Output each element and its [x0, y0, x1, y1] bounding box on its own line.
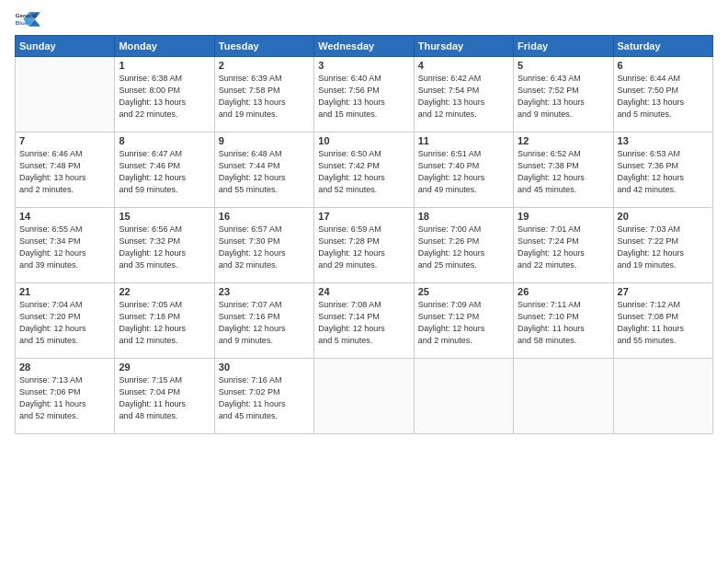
- day-cell: 8Sunrise: 6:47 AM Sunset: 7:46 PM Daylig…: [115, 132, 214, 208]
- header-cell-thursday: Thursday: [414, 36, 513, 57]
- day-info: Sunrise: 6:48 AM Sunset: 7:44 PM Dayligh…: [219, 148, 310, 196]
- day-number: 27: [618, 286, 709, 297]
- day-number: 20: [618, 211, 709, 222]
- day-number: 10: [318, 135, 409, 146]
- logo: General Blue: [15, 9, 40, 29]
- calendar-table: SundayMondayTuesdayWednesdayThursdayFrid…: [15, 35, 713, 434]
- day-number: 19: [518, 211, 609, 222]
- page: General Blue SundayMondayTuesdayWednesda…: [0, 0, 728, 563]
- day-cell: 24Sunrise: 7:08 AM Sunset: 7:14 PM Dayli…: [314, 283, 414, 359]
- day-cell: [414, 359, 513, 434]
- day-number: 21: [19, 286, 110, 297]
- week-row-1: 7Sunrise: 6:46 AM Sunset: 7:48 PM Daylig…: [16, 132, 713, 208]
- day-info: Sunrise: 6:57 AM Sunset: 7:30 PM Dayligh…: [219, 224, 310, 271]
- day-info: Sunrise: 6:47 AM Sunset: 7:46 PM Dayligh…: [119, 148, 210, 196]
- day-info: Sunrise: 7:01 AM Sunset: 7:24 PM Dayligh…: [518, 224, 609, 271]
- day-cell: [514, 359, 613, 434]
- day-cell: 18Sunrise: 7:00 AM Sunset: 7:26 PM Dayli…: [414, 208, 513, 283]
- logo-icon: General Blue: [15, 9, 40, 29]
- day-cell: 20Sunrise: 7:03 AM Sunset: 7:22 PM Dayli…: [613, 208, 712, 283]
- day-cell: 5Sunrise: 6:43 AM Sunset: 7:52 PM Daylig…: [514, 57, 613, 132]
- day-number: 25: [418, 286, 509, 297]
- day-info: Sunrise: 6:40 AM Sunset: 7:56 PM Dayligh…: [318, 73, 409, 121]
- day-number: 23: [219, 286, 310, 297]
- header-cell-saturday: Saturday: [613, 36, 712, 57]
- day-cell: 14Sunrise: 6:55 AM Sunset: 7:34 PM Dayli…: [16, 208, 115, 283]
- day-cell: 29Sunrise: 7:15 AM Sunset: 7:04 PM Dayli…: [115, 359, 214, 434]
- header-cell-sunday: Sunday: [16, 36, 115, 57]
- day-number: 17: [318, 211, 409, 222]
- week-row-0: 1Sunrise: 6:38 AM Sunset: 8:00 PM Daylig…: [16, 57, 713, 132]
- day-number: 1: [119, 60, 210, 71]
- day-cell: 7Sunrise: 6:46 AM Sunset: 7:48 PM Daylig…: [16, 132, 115, 208]
- day-info: Sunrise: 6:42 AM Sunset: 7:54 PM Dayligh…: [418, 73, 509, 121]
- day-number: 3: [318, 60, 409, 71]
- day-info: Sunrise: 6:38 AM Sunset: 8:00 PM Dayligh…: [119, 73, 210, 121]
- day-info: Sunrise: 6:55 AM Sunset: 7:34 PM Dayligh…: [19, 224, 110, 271]
- day-cell: 2Sunrise: 6:39 AM Sunset: 7:58 PM Daylig…: [214, 57, 313, 132]
- day-cell: 15Sunrise: 6:56 AM Sunset: 7:32 PM Dayli…: [115, 208, 214, 283]
- day-number: 15: [119, 211, 210, 222]
- day-info: Sunrise: 6:44 AM Sunset: 7:50 PM Dayligh…: [618, 73, 709, 121]
- header-cell-wednesday: Wednesday: [314, 36, 414, 57]
- day-info: Sunrise: 6:53 AM Sunset: 7:36 PM Dayligh…: [618, 148, 709, 196]
- week-row-2: 14Sunrise: 6:55 AM Sunset: 7:34 PM Dayli…: [16, 208, 713, 283]
- day-cell: 1Sunrise: 6:38 AM Sunset: 8:00 PM Daylig…: [115, 57, 214, 132]
- day-info: Sunrise: 6:51 AM Sunset: 7:40 PM Dayligh…: [418, 148, 509, 196]
- day-info: Sunrise: 7:13 AM Sunset: 7:06 PM Dayligh…: [19, 374, 110, 422]
- day-number: 13: [618, 135, 709, 146]
- day-number: 2: [219, 60, 310, 71]
- day-info: Sunrise: 7:07 AM Sunset: 7:16 PM Dayligh…: [219, 299, 310, 347]
- day-cell: [314, 359, 414, 434]
- header-cell-friday: Friday: [514, 36, 613, 57]
- day-info: Sunrise: 7:09 AM Sunset: 7:12 PM Dayligh…: [418, 299, 509, 347]
- day-number: 9: [219, 135, 310, 146]
- day-cell: 27Sunrise: 7:12 AM Sunset: 7:08 PM Dayli…: [613, 283, 712, 359]
- day-cell: 21Sunrise: 7:04 AM Sunset: 7:20 PM Dayli…: [16, 283, 115, 359]
- day-number: 22: [119, 286, 210, 297]
- week-row-4: 28Sunrise: 7:13 AM Sunset: 7:06 PM Dayli…: [16, 359, 713, 434]
- svg-text:Blue: Blue: [16, 19, 28, 26]
- day-info: Sunrise: 7:15 AM Sunset: 7:04 PM Dayligh…: [119, 374, 210, 422]
- day-number: 5: [518, 60, 609, 71]
- day-info: Sunrise: 6:52 AM Sunset: 7:38 PM Dayligh…: [518, 148, 609, 196]
- day-info: Sunrise: 7:04 AM Sunset: 7:20 PM Dayligh…: [19, 299, 110, 347]
- day-number: 14: [19, 211, 110, 222]
- day-info: Sunrise: 7:00 AM Sunset: 7:26 PM Dayligh…: [418, 224, 509, 271]
- day-number: 8: [119, 135, 210, 146]
- day-cell: 26Sunrise: 7:11 AM Sunset: 7:10 PM Dayli…: [514, 283, 613, 359]
- header-row: SundayMondayTuesdayWednesdayThursdayFrid…: [16, 36, 713, 57]
- day-info: Sunrise: 7:03 AM Sunset: 7:22 PM Dayligh…: [618, 224, 709, 271]
- day-cell: 4Sunrise: 6:42 AM Sunset: 7:54 PM Daylig…: [414, 57, 513, 132]
- day-cell: 9Sunrise: 6:48 AM Sunset: 7:44 PM Daylig…: [214, 132, 313, 208]
- day-cell: 3Sunrise: 6:40 AM Sunset: 7:56 PM Daylig…: [314, 57, 414, 132]
- day-number: 28: [19, 362, 110, 373]
- day-number: 29: [119, 362, 210, 373]
- day-cell: 13Sunrise: 6:53 AM Sunset: 7:36 PM Dayli…: [613, 132, 712, 208]
- day-number: 7: [19, 135, 110, 146]
- day-cell: 16Sunrise: 6:57 AM Sunset: 7:30 PM Dayli…: [214, 208, 313, 283]
- day-cell: 22Sunrise: 7:05 AM Sunset: 7:18 PM Dayli…: [115, 283, 214, 359]
- day-cell: [613, 359, 712, 434]
- day-info: Sunrise: 6:50 AM Sunset: 7:42 PM Dayligh…: [318, 148, 409, 196]
- day-info: Sunrise: 6:39 AM Sunset: 7:58 PM Dayligh…: [219, 73, 310, 121]
- day-cell: 10Sunrise: 6:50 AM Sunset: 7:42 PM Dayli…: [314, 132, 414, 208]
- day-info: Sunrise: 6:46 AM Sunset: 7:48 PM Dayligh…: [19, 148, 110, 196]
- header: General Blue: [15, 9, 713, 29]
- day-cell: 17Sunrise: 6:59 AM Sunset: 7:28 PM Dayli…: [314, 208, 414, 283]
- day-number: 18: [418, 211, 509, 222]
- day-number: 11: [418, 135, 509, 146]
- day-cell: 30Sunrise: 7:16 AM Sunset: 7:02 PM Dayli…: [214, 359, 313, 434]
- day-info: Sunrise: 7:08 AM Sunset: 7:14 PM Dayligh…: [318, 299, 409, 347]
- day-cell: 12Sunrise: 6:52 AM Sunset: 7:38 PM Dayli…: [514, 132, 613, 208]
- day-cell: 25Sunrise: 7:09 AM Sunset: 7:12 PM Dayli…: [414, 283, 513, 359]
- svg-text:General: General: [16, 12, 37, 18]
- day-cell: 6Sunrise: 6:44 AM Sunset: 7:50 PM Daylig…: [613, 57, 712, 132]
- day-info: Sunrise: 6:59 AM Sunset: 7:28 PM Dayligh…: [318, 224, 409, 271]
- day-info: Sunrise: 7:05 AM Sunset: 7:18 PM Dayligh…: [119, 299, 210, 347]
- day-number: 30: [219, 362, 310, 373]
- day-info: Sunrise: 7:12 AM Sunset: 7:08 PM Dayligh…: [618, 299, 709, 347]
- day-info: Sunrise: 6:43 AM Sunset: 7:52 PM Dayligh…: [518, 73, 609, 121]
- day-info: Sunrise: 7:11 AM Sunset: 7:10 PM Dayligh…: [518, 299, 609, 347]
- week-row-3: 21Sunrise: 7:04 AM Sunset: 7:20 PM Dayli…: [16, 283, 713, 359]
